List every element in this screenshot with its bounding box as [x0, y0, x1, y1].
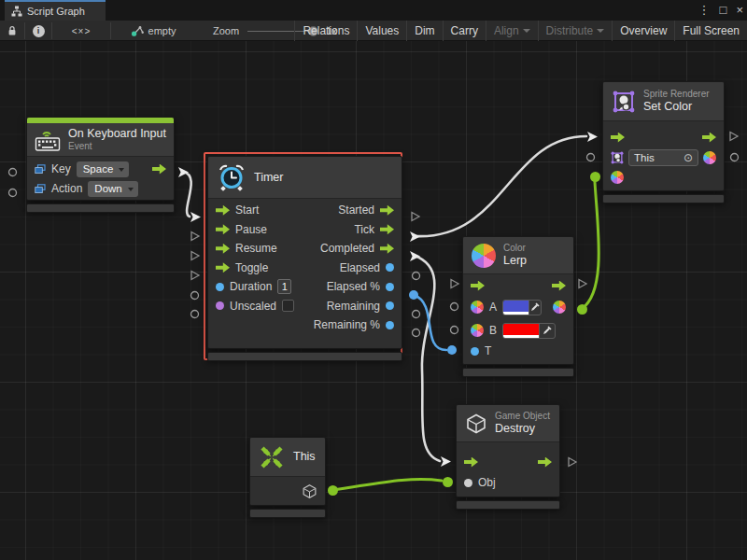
timer-completed-out-connected[interactable] — [408, 249, 421, 262]
lerp-t-in-connected[interactable] — [445, 343, 458, 357]
value-out-port-remaining[interactable] — [386, 301, 394, 310]
value-in-port-unscaled[interactable] — [216, 301, 224, 310]
timer-start-in-connected[interactable] — [189, 210, 202, 223]
value-out-port-remaining-pct[interactable] — [386, 321, 394, 329]
graph-canvas[interactable]: On Keyboard Input Event Key Space — [0, 41, 747, 560]
duration-input[interactable]: 1 — [277, 279, 291, 294]
window-close-icon[interactable]: × — [736, 0, 743, 21]
fullscreen-button[interactable]: Full Screen — [674, 21, 747, 41]
graph-input-port[interactable] — [6, 186, 19, 199]
graph-input-port[interactable] — [6, 165, 19, 178]
window-maximize-icon[interactable]: □ — [720, 0, 727, 21]
eyedropper-icon[interactable] — [539, 324, 555, 338]
key-dropdown[interactable]: Space — [77, 161, 130, 177]
flow-out-port-tick[interactable] — [380, 224, 394, 234]
timer-pause-in-port[interactable] — [189, 230, 202, 243]
color-b-field[interactable] — [502, 323, 556, 339]
color-in-port-b[interactable] — [471, 324, 484, 337]
flow-in-port[interactable] — [471, 281, 485, 291]
sprite-renderer-port-icon[interactable] — [611, 151, 624, 164]
flow-out-port[interactable] — [552, 281, 566, 291]
color-in-port-a[interactable] — [471, 301, 484, 314]
color-out-port[interactable] — [553, 301, 566, 314]
distribute-dropdown[interactable]: Distribute — [538, 21, 613, 41]
lerp-color-out-connected[interactable] — [575, 302, 588, 315]
wire-completed-to-destroy[interactable] — [415, 256, 440, 461]
value-in-port-obj[interactable] — [464, 479, 472, 487]
lerp-b-in-port[interactable] — [447, 323, 460, 336]
node-timer[interactable]: Timer Start Started Pause Tick — [207, 156, 402, 361]
flow-in-port-resume[interactable] — [216, 244, 230, 254]
timer-tick-out-connected[interactable] — [408, 230, 421, 243]
values-button[interactable]: Values — [357, 21, 406, 41]
overview-button[interactable]: Overview — [612, 21, 674, 41]
wire-tick-to-setcolor[interactable] — [415, 136, 586, 236]
gameobject-out-port[interactable] — [302, 483, 317, 499]
flow-in-port-pause[interactable] — [216, 224, 230, 234]
object-picker-icon[interactable]: ⊙ — [684, 152, 693, 163]
destroy-flow-out-port[interactable] — [566, 455, 579, 469]
setcolor-flow-out-port[interactable] — [727, 130, 740, 143]
wire-elapsedpct-to-lerp-t[interactable] — [414, 295, 446, 350]
info-button[interactable]: i — [25, 21, 51, 41]
timer-remainingpct-out-port[interactable] — [409, 326, 422, 339]
color-in-port[interactable] — [611, 171, 624, 184]
carry-button[interactable]: Carry — [443, 21, 486, 41]
port-label-a: A — [489, 301, 497, 314]
keyboard-flow-out-connected[interactable] — [176, 165, 190, 178]
unscaled-checkbox[interactable] — [282, 300, 294, 312]
setcolor-color-out-port[interactable] — [727, 150, 740, 163]
setcolor-target-in-port[interactable] — [584, 150, 597, 163]
timer-resume-in-port[interactable] — [189, 249, 202, 262]
flow-in-port[interactable] — [611, 133, 625, 143]
eyedropper-icon[interactable] — [529, 301, 541, 315]
node-on-keyboard-input[interactable]: On Keyboard Input Event Key Space — [26, 117, 175, 213]
setcolor-flow-in-connected[interactable] — [585, 130, 599, 143]
flow-out-port-started[interactable] — [380, 205, 394, 216]
value-in-port-t[interactable] — [471, 347, 479, 356]
graph-pointer-button[interactable]: empty — [125, 21, 181, 41]
setcolor-color-in-connected[interactable] — [588, 170, 601, 183]
node-title: Destroy — [495, 422, 550, 436]
this-out-connected[interactable] — [326, 483, 339, 497]
node-destroy[interactable]: Game Object Destroy Obj — [456, 404, 560, 510]
node-set-color[interactable]: Sprite Renderer Set Color — [602, 81, 725, 203]
timer-remaining-out-port[interactable] — [409, 307, 422, 320]
timer-toggle-in-port[interactable] — [189, 269, 202, 282]
flow-out-port[interactable] — [152, 164, 166, 175]
flow-out-port[interactable] — [538, 457, 552, 468]
timer-duration-in-port[interactable] — [188, 288, 201, 301]
timer-unscaled-in-port[interactable] — [188, 307, 201, 320]
flow-in-port[interactable] — [464, 457, 478, 468]
color-out-port[interactable] — [703, 151, 716, 164]
lerp-flow-out-port[interactable] — [576, 277, 589, 290]
node-this[interactable]: This — [249, 437, 326, 518]
value-out-port-elapsed-pct[interactable] — [386, 283, 394, 291]
lerp-a-in-port[interactable] — [447, 300, 460, 313]
timer-started-out-port[interactable] — [409, 210, 422, 223]
node-title: Timer — [254, 171, 283, 185]
lock-button[interactable] — [2, 21, 22, 41]
flow-out-port[interactable] — [702, 133, 716, 143]
tab-script-graph[interactable]: Script Graph — [5, 0, 106, 21]
flow-in-port-toggle[interactable] — [216, 262, 230, 273]
flow-out-port-completed[interactable] — [380, 244, 394, 254]
wire-this-to-destroy-obj[interactable] — [332, 480, 442, 490]
window-menu-icon[interactable]: ⋮ — [698, 0, 711, 21]
align-dropdown[interactable]: Align — [486, 21, 538, 41]
action-dropdown[interactable]: Down — [88, 181, 137, 197]
node-color-lerp[interactable]: Color Lerp A — [462, 236, 574, 377]
relations-button[interactable]: Relations — [294, 21, 357, 41]
flow-in-port-start[interactable] — [216, 205, 230, 216]
value-in-port-duration[interactable] — [216, 283, 224, 291]
collapse-button[interactable]: <×> — [52, 21, 110, 41]
color-a-field[interactable] — [502, 300, 542, 315]
destroy-flow-in-connected[interactable] — [439, 455, 452, 468]
dim-button[interactable]: Dim — [406, 21, 442, 41]
timer-elapsed-out-port[interactable] — [409, 269, 422, 282]
destroy-obj-in-connected[interactable] — [441, 475, 454, 488]
target-field[interactable]: This ⊙ — [628, 149, 698, 166]
timer-elapsedpct-out-connected[interactable] — [407, 288, 420, 301]
lerp-flow-in-port[interactable] — [448, 277, 461, 290]
value-out-port-elapsed[interactable] — [386, 263, 394, 272]
